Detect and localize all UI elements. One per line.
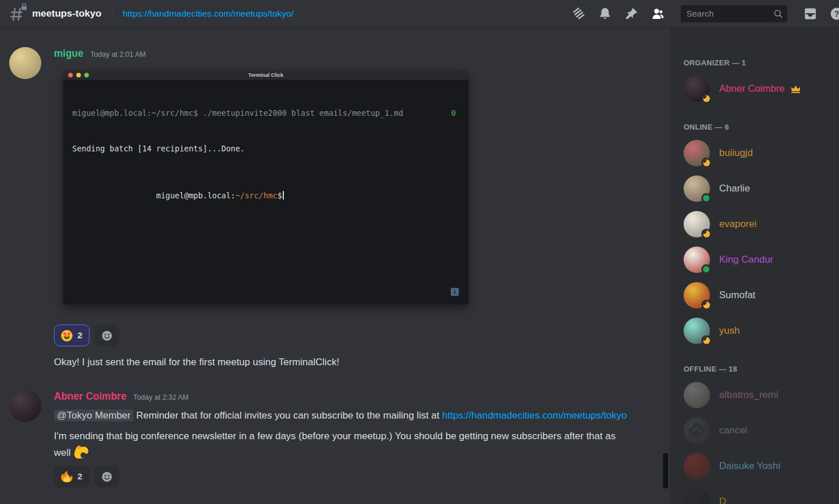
member-list-icon[interactable] (651, 7, 665, 21)
chat-scrollbar[interactable] (663, 453, 668, 489)
terminal-titlebar: Terminal Click (63, 71, 469, 80)
member-name: buiiugjd (719, 147, 753, 159)
terminal-output-line: Sending batch [14 recipients]...Done. (72, 143, 456, 155)
message-text-segment: Reminder that for official invites you c… (134, 410, 442, 421)
image-attachment-terminal-screenshot[interactable]: Terminal Click miguel@mpb.local:~/src/hm… (54, 65, 479, 316)
member-name: albatros_remi (719, 389, 778, 401)
add-reaction-button[interactable] (95, 325, 119, 346)
member-row[interactable]: D (684, 489, 834, 504)
avatar (684, 382, 710, 408)
pinned-messages-icon[interactable] (625, 7, 638, 21)
terminal-prompt-symbol: $ (278, 191, 282, 200)
svg-text:?: ? (834, 9, 839, 18)
terminal-prompt-user: miguel@mpb.local: (156, 191, 235, 200)
member-row[interactable]: Abner Coimbre (684, 76, 834, 102)
member-row[interactable]: buiiugjd (684, 140, 834, 166)
diamond-logo-icon (688, 421, 705, 439)
message-text: I'm sending that big conference newslett… (54, 428, 633, 461)
lock-icon (21, 3, 28, 10)
channel-hash-lock-icon (9, 5, 26, 22)
discord-app-window: meetups-tokyo https://handmadecities.com… (0, 0, 839, 504)
member-name: D (719, 496, 726, 504)
avatar (684, 282, 710, 308)
author-name[interactable]: Abner Coimbre (54, 390, 126, 403)
terminal-cursor (283, 191, 284, 200)
terminal-window: Terminal Click miguel@mpb.local:~/src/hm… (63, 71, 469, 304)
reaction-fire[interactable]: 2 (54, 466, 89, 487)
status-idle-icon (701, 300, 711, 310)
message-header: migue Today at 2:01 AM (54, 47, 479, 61)
member-name: yush (719, 325, 740, 337)
add-reaction-button[interactable] (95, 466, 119, 487)
status-idle-icon (701, 335, 711, 345)
message-link[interactable]: https://handmadecities.com/meetups/tokyo (442, 410, 627, 421)
terminal-output: miguel@mpb.local:~/src/hmc$ ./meetupinvi… (63, 80, 469, 237)
member-name: Sumofat (719, 290, 755, 301)
message-timestamp: Today at 2:32 AM (133, 391, 189, 404)
reaction-count: 2 (77, 471, 83, 482)
avatar (684, 175, 710, 202)
avatar (684, 140, 710, 166)
member-row[interactable]: albatros_remi (684, 382, 834, 408)
inbox-icon[interactable] (803, 7, 817, 21)
reaction-heart-eyes[interactable]: 2 (54, 325, 89, 346)
avatar (684, 417, 710, 444)
member-name: evaporei (719, 218, 756, 230)
member-name: Charlie (719, 183, 750, 194)
message-text-segment: I'm sending that big conference newslett… (54, 431, 615, 458)
header-toolbar: ? (572, 5, 839, 22)
member-name: Daisuke Yoshi (719, 460, 781, 472)
avatar (684, 211, 710, 237)
avatar (684, 453, 710, 479)
avatar[interactable] (9, 390, 41, 422)
fire-emoji (61, 471, 73, 483)
avatar (684, 489, 710, 504)
search-icon (773, 9, 783, 19)
avatar (684, 247, 710, 273)
message-migue: migue Today at 2:01 AM (9, 47, 670, 369)
member-name: cancel (719, 425, 747, 436)
role-mention[interactable]: @Tokyo Member (54, 409, 134, 421)
terminal-prev-command: miguel@mpb.local:~/src/hmc$ ./meetupinvi… (72, 107, 403, 119)
add-reaction-icon (100, 470, 114, 483)
status-idle-icon (701, 229, 711, 239)
message-header: Abner Coimbre Today at 2:32 AM (54, 390, 633, 404)
member-row[interactable]: Sumofat (684, 282, 834, 308)
chat-messages-area: migue Today at 2:01 AM (0, 28, 670, 504)
avatar (684, 76, 710, 102)
author-name[interactable]: migue (54, 47, 84, 60)
message-timestamp: Today at 2:01 AM (91, 48, 146, 61)
terminal-info-badge: i (451, 288, 459, 296)
terminal-prompt-path: ~/src/hmc (235, 191, 277, 200)
status-idle-icon (701, 93, 711, 103)
message-text: @Tokyo Member Reminder that for official… (54, 407, 633, 424)
message-abner: Abner Coimbre Today at 2:32 AM @Tokyo Me… (9, 390, 670, 487)
status-online-icon (701, 264, 711, 274)
member-section-header: ONLINE — 6 (684, 123, 834, 132)
member-row[interactable]: yush (684, 318, 834, 344)
search-input[interactable] (681, 5, 787, 22)
help-icon[interactable]: ? (830, 7, 839, 21)
channel-name: meetups-tokyo (32, 8, 102, 19)
member-name: King Candur (719, 254, 774, 265)
notifications-bell-icon[interactable] (598, 7, 612, 21)
main-content: migue Today at 2:01 AM (0, 28, 839, 504)
member-row[interactable]: cancel (684, 417, 834, 444)
threads-icon[interactable] (572, 7, 586, 21)
crown-icon (790, 84, 801, 95)
search-box (681, 5, 787, 22)
avatar (684, 318, 710, 344)
reactions-row: 2 (54, 325, 479, 346)
status-online-icon (701, 193, 711, 203)
reaction-count: 2 (77, 330, 83, 341)
channel-topic-link[interactable]: https://handmadecities.com/meetups/tokyo… (123, 9, 294, 19)
member-row[interactable]: King Candur (684, 247, 834, 273)
header-divider (112, 6, 112, 21)
avatar[interactable] (9, 47, 41, 79)
channel-header-bar: meetups-tokyo https://handmadecities.com… (0, 0, 839, 28)
member-row[interactable]: Charlie (684, 175, 834, 202)
heart-eyes-emoji (61, 330, 73, 342)
member-row[interactable]: evaporei (684, 211, 834, 237)
terminal-exit-code: 0 (451, 107, 456, 119)
member-row[interactable]: Daisuke Yoshi (684, 453, 834, 479)
